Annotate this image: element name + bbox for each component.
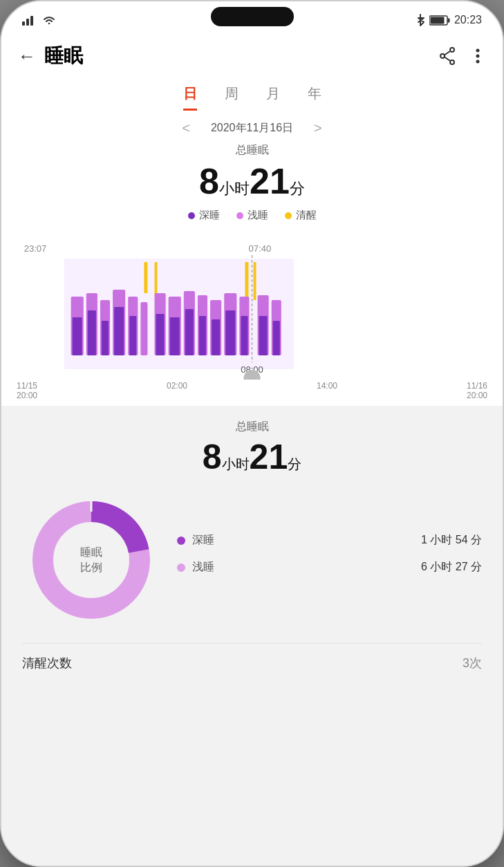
time-display: 20:23 — [454, 14, 482, 26]
tab-month[interactable]: 月 — [266, 84, 280, 111]
svg-text:07:40: 07:40 — [248, 243, 271, 254]
tabs-bar: 日 周 月 年 — [1, 76, 503, 111]
awake-count-row: 清醒次数 3次 — [22, 643, 482, 682]
donut-light-value: 6 小时 27 分 — [421, 560, 482, 575]
svg-rect-27 — [140, 302, 147, 355]
wifi-icon — [41, 15, 57, 26]
donut-legend-deep: 深睡 1 小时 54 分 — [177, 533, 482, 548]
legend-deep-sleep: 深睡 — [188, 209, 220, 222]
battery-icon — [429, 15, 450, 26]
svg-text:23:07: 23:07 — [24, 243, 47, 254]
svg-rect-45 — [225, 310, 235, 355]
svg-line-9 — [445, 51, 450, 55]
light-sleep-label: 浅睡 — [248, 209, 268, 222]
header-left: ← 睡眠 — [18, 43, 83, 69]
svg-point-6 — [440, 54, 445, 58]
phone-frame: 20:23 ← 睡眠 — [0, 0, 504, 867]
more-icon[interactable] — [469, 46, 486, 66]
svg-rect-46 — [241, 316, 248, 355]
svg-rect-1 — [26, 19, 29, 26]
tab-day[interactable]: 日 — [183, 84, 197, 111]
detail-hours-unit: 小时 — [222, 456, 250, 472]
page-title: 睡眠 — [44, 43, 83, 69]
header: ← 睡眠 — [1, 36, 503, 76]
detail-minutes: 21 — [250, 438, 288, 476]
donut-light-label: 浅睡 — [192, 560, 227, 575]
detail-sleep-label: 总睡眠 — [22, 420, 482, 434]
donut-deep-dot — [177, 537, 185, 545]
sleep-minutes-unit: 分 — [290, 180, 305, 197]
svg-rect-19 — [155, 262, 158, 297]
phone-inner: 20:23 ← 睡眠 — [1, 1, 503, 866]
time-label-3: 14:00 — [317, 381, 337, 400]
svg-rect-29 — [88, 310, 96, 355]
svg-point-11 — [476, 49, 480, 53]
svg-point-8 — [450, 60, 454, 64]
svg-rect-41 — [170, 317, 180, 355]
awake-label: 清醒 — [296, 209, 317, 222]
svg-line-10 — [445, 57, 450, 62]
legend-light-sleep: 浅睡 — [236, 209, 268, 222]
status-left — [22, 15, 57, 26]
deep-sleep-dot — [188, 212, 195, 219]
tab-week[interactable]: 周 — [225, 84, 239, 111]
sleep-minutes: 21 — [250, 161, 290, 201]
svg-point-7 — [450, 48, 454, 52]
camera-notch — [211, 7, 294, 26]
awake-count-label: 清醒次数 — [22, 655, 72, 671]
svg-rect-21 — [254, 262, 256, 300]
svg-point-12 — [476, 55, 480, 58]
svg-rect-43 — [199, 316, 206, 355]
time-label-2: 02:00 — [167, 381, 187, 400]
back-button[interactable]: ← — [18, 46, 36, 67]
sleep-chart: 23:07 07:40 — [8, 227, 496, 380]
bluetooth-icon — [416, 14, 425, 26]
sleep-summary: 总睡眠 8小时21分 — [1, 139, 503, 205]
svg-rect-50 — [273, 321, 280, 355]
donut-deep-value: 1 小时 54 分 — [421, 533, 482, 548]
light-sleep-dot — [236, 212, 243, 219]
detail-hours: 8 — [203, 438, 222, 476]
svg-rect-2 — [30, 16, 33, 26]
sleep-summary-label: 总睡眠 — [1, 143, 503, 158]
donut-section: 睡眠 比例 深睡 1 小时 54 分 浅睡 6 小时 27 分 — [22, 491, 482, 629]
bottom-detail-section: 总睡眠 8小时21分 — [1, 406, 503, 866]
deep-sleep-label: 深睡 — [199, 209, 220, 222]
awake-count-value: 3次 — [463, 655, 482, 671]
prev-date-button[interactable]: < — [182, 120, 190, 136]
share-icon[interactable] — [438, 46, 457, 66]
sleep-hours: 8 — [199, 161, 219, 201]
next-date-button[interactable]: > — [314, 120, 322, 136]
signal-icon — [22, 15, 37, 26]
svg-rect-40 — [156, 314, 165, 355]
svg-rect-18 — [144, 262, 147, 293]
svg-rect-30 — [102, 321, 109, 355]
time-label-4: 11/1620:00 — [467, 381, 487, 400]
sleep-summary-time: 8小时21分 — [1, 160, 503, 202]
chart-time-labels: 11/1520:00 02:00 14:00 11/1620:00 — [8, 380, 496, 406]
svg-point-13 — [476, 60, 480, 64]
svg-rect-5 — [430, 17, 444, 24]
detail-minutes-unit: 分 — [288, 456, 301, 472]
sleep-hours-unit: 小时 — [219, 180, 250, 197]
awake-dot — [285, 212, 292, 219]
legend-awake: 清醒 — [285, 209, 317, 222]
sleep-legend: 深睡 浅睡 清醒 — [1, 205, 503, 227]
detail-sleep-time: 8小时21分 — [22, 437, 482, 477]
donut-deep-label: 深睡 — [192, 533, 227, 548]
svg-rect-31 — [114, 307, 124, 355]
donut-light-dot — [177, 563, 185, 572]
tab-year[interactable]: 年 — [308, 84, 321, 111]
svg-rect-0 — [22, 21, 25, 26]
svg-rect-42 — [185, 309, 194, 355]
status-right: 20:23 — [416, 14, 482, 26]
svg-rect-32 — [129, 316, 136, 355]
donut-chart-wrapper: 睡眠 比例 — [22, 491, 160, 629]
header-right — [438, 46, 486, 66]
donut-center-label: 睡眠 比例 — [80, 545, 102, 576]
svg-rect-44 — [212, 319, 220, 355]
time-label-1: 11/1520:00 — [17, 381, 37, 400]
current-date: 2020年11月16日 — [211, 121, 293, 136]
date-navigation: < 2020年11月16日 > — [1, 111, 503, 139]
svg-rect-28 — [73, 317, 82, 355]
